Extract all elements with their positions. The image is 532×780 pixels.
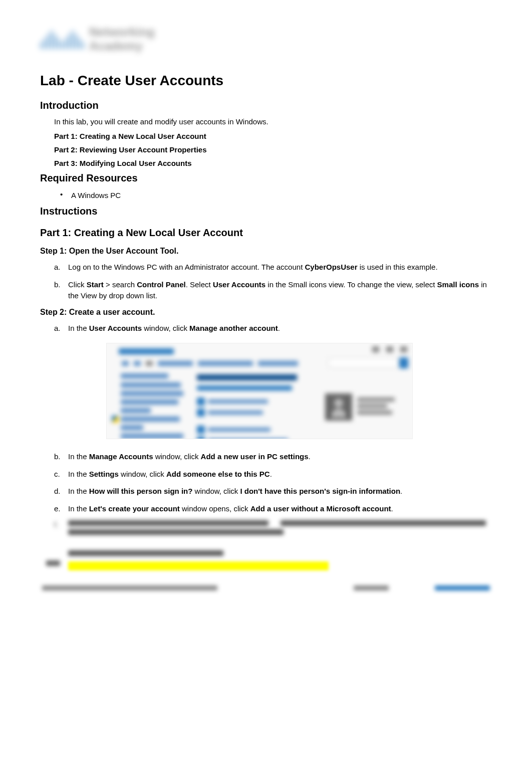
step2b: b. In the Manage Accounts window, click … bbox=[54, 451, 492, 463]
logo-line2: Academy bbox=[89, 39, 155, 53]
footer-copyright bbox=[42, 586, 217, 591]
footer-link bbox=[435, 586, 490, 591]
highlight-answer bbox=[68, 561, 329, 570]
resource-text: A Windows PC bbox=[71, 190, 121, 200]
shield-icon bbox=[197, 437, 205, 439]
part1-heading: Part 1: Creating a New Local User Accoun… bbox=[40, 227, 492, 239]
avatar bbox=[325, 394, 352, 421]
intro-part2: Part 2: Reviewing User Account Propertie… bbox=[54, 145, 492, 154]
page-footer bbox=[40, 586, 492, 591]
shield-icon bbox=[112, 416, 119, 423]
step2d: d. In the How will this person sign in? … bbox=[54, 486, 492, 497]
step2-heading: Step 2: Create a user account. bbox=[40, 308, 492, 317]
intro-part3: Part 3: Modifying Local User Accounts bbox=[54, 159, 492, 167]
resources-heading: Required Resources bbox=[40, 172, 492, 184]
instructions-heading: Instructions bbox=[40, 206, 492, 217]
intro-heading: Introduction bbox=[40, 100, 492, 111]
window-title bbox=[119, 348, 174, 354]
search-icon bbox=[399, 357, 408, 368]
step2e: e. In the Let's create your account wind… bbox=[54, 503, 492, 515]
step-letter: b. bbox=[54, 451, 68, 463]
shield-icon bbox=[197, 398, 205, 406]
step1-heading: Step 1: Open the User Account Tool. bbox=[40, 247, 492, 256]
intro-part1: Part 1: Creating a New Local User Accoun… bbox=[54, 132, 492, 140]
brand-logo: Networking Academy bbox=[40, 25, 185, 63]
cisco-bars-icon bbox=[40, 29, 84, 49]
step-letter: a. bbox=[54, 323, 68, 334]
bullet-icon: • bbox=[60, 190, 71, 200]
answer-area bbox=[68, 561, 492, 570]
step-letter: d. bbox=[54, 486, 68, 497]
logo-line1: Networking bbox=[89, 25, 155, 39]
resource-item: • A Windows PC bbox=[60, 190, 492, 200]
left-panel bbox=[121, 373, 186, 439]
window-controls bbox=[372, 346, 407, 352]
intro-text: In this lab, you will create and modify … bbox=[54, 117, 492, 126]
step2f-blurred: f. bbox=[54, 520, 492, 543]
shield-icon bbox=[197, 409, 205, 417]
embedded-screenshot bbox=[106, 343, 413, 439]
page-title: Lab - Create User Accounts bbox=[40, 73, 492, 89]
step-letter: b. bbox=[54, 279, 68, 302]
step1a: a. Log on to the Windows PC with an Admi… bbox=[54, 262, 492, 273]
account-info bbox=[357, 398, 397, 417]
shield-icon bbox=[197, 426, 205, 434]
main-content bbox=[197, 374, 307, 439]
step2a: a. In the User Accounts window, click Ma… bbox=[54, 323, 492, 334]
step-letter: c. bbox=[54, 469, 68, 480]
step-letter: a. bbox=[54, 262, 68, 273]
footer-page bbox=[354, 586, 389, 591]
step1b: b. Click Start > search Control Panel. S… bbox=[54, 279, 492, 302]
step2c: c. In the Settings window, click Add som… bbox=[54, 469, 492, 480]
question-blurred bbox=[68, 550, 492, 557]
search-input bbox=[328, 358, 398, 367]
step-letter: e. bbox=[54, 503, 68, 515]
